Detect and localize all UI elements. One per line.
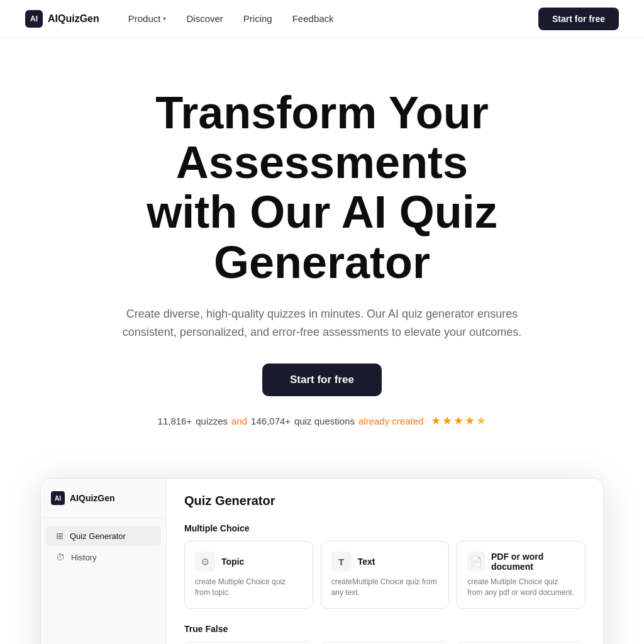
tf-card-grid: ⊙ Topic create True False quiz from topi… — [184, 641, 586, 644]
star-2: ★ — [442, 414, 452, 428]
section-label-tf: True False — [184, 624, 586, 634]
nav-link-pricing[interactable]: Pricing — [235, 9, 281, 28]
star-rating: ★ ★ ★ ★ ★ — [431, 414, 486, 428]
hero-cta-button[interactable]: Start for free — [262, 364, 382, 396]
sidebar-logo: AI AIQuizGen — [41, 491, 166, 518]
nav-link-discover[interactable]: Discover — [177, 9, 231, 28]
nav-cta-button[interactable]: Start for free — [538, 8, 619, 30]
card-mc-pdf-desc: create Multiple Choice quiz from any pdf… — [467, 577, 575, 598]
preview-inner: AI AIQuizGen ⊞ Quiz Generator ⏱ History … — [41, 479, 603, 644]
nav-link-feedback[interactable]: Feedback — [284, 9, 343, 28]
text-icon: T — [331, 552, 352, 572]
nav-link-product[interactable]: Product ▾ — [119, 9, 175, 28]
connector: and — [231, 416, 247, 426]
nav-left: AI AIQuizGen Product ▾ Discover Pricing … — [25, 9, 343, 28]
main-content: Quiz Generator Multiple Choice ⊙ Topic c… — [167, 479, 603, 644]
card-mc-topic-desc: create Multiple Choice quiz from topic. — [195, 577, 303, 598]
already-created: already created — [358, 416, 423, 426]
star-3: ★ — [453, 414, 464, 428]
card-mc-text[interactable]: T Text createMultiple Choice quiz from a… — [321, 541, 450, 609]
star-1: ★ — [431, 414, 441, 428]
history-icon: ⏱ — [56, 552, 65, 562]
hero-stats: 11,816+ quizzes and 146,074+ quiz questi… — [64, 414, 580, 428]
logo-icon: AI — [25, 10, 43, 28]
section-label-mc: Multiple Choice — [184, 523, 586, 533]
questions-label: quiz questions — [294, 416, 355, 426]
card-tf-topic[interactable]: ⊙ Topic create True False quiz from topi… — [184, 641, 313, 644]
sidebar-item-history[interactable]: ⏱ History — [46, 547, 161, 567]
quizzes-count: 11,816+ — [158, 416, 192, 426]
questions-count: 146,074+ — [251, 416, 291, 426]
card-mc-text-title: Text — [358, 557, 375, 567]
sidebar-logo-text: AIQuizGen — [70, 493, 115, 503]
star-4: ★ — [465, 414, 475, 428]
star-half: ★ — [476, 414, 486, 428]
hero-subheading: Create diverse, high-quality quizzes in … — [102, 305, 542, 341]
chevron-down-icon: ▾ — [163, 15, 166, 22]
card-tf-text[interactable]: T Text create True False quiz from any t… — [321, 641, 450, 644]
logo-text: AIQuizGen — [48, 13, 99, 25]
hero-heading: Transform Your Assessments with Our AI Q… — [64, 88, 580, 287]
topic-icon: ⊙ — [195, 552, 215, 572]
grid-icon: ⊞ — [56, 531, 64, 541]
quizzes-label: quizzes — [196, 416, 228, 426]
nav-links: Product ▾ Discover Pricing Feedback — [119, 9, 343, 28]
sidebar-item-quiz-generator[interactable]: ⊞ Quiz Generator — [46, 526, 161, 546]
card-tf-pdf[interactable]: 📄 PDF or word document create True False… — [457, 641, 586, 644]
card-mc-pdf-title: PDF or word document — [491, 552, 575, 572]
mc-card-grid: ⊙ Topic create Multiple Choice quiz from… — [184, 541, 586, 609]
logo[interactable]: AI AIQuizGen — [25, 10, 99, 28]
app-preview: AI AIQuizGen ⊞ Quiz Generator ⏱ History … — [40, 478, 604, 644]
pdf-icon: 📄 — [467, 552, 485, 572]
card-mc-pdf[interactable]: 📄 PDF or word document create Multiple C… — [457, 541, 586, 609]
main-title: Quiz Generator — [184, 494, 586, 508]
card-mc-topic-title: Topic — [221, 557, 244, 567]
navbar: AI AIQuizGen Product ▾ Discover Pricing … — [0, 0, 644, 38]
card-mc-topic[interactable]: ⊙ Topic create Multiple Choice quiz from… — [184, 541, 313, 609]
sidebar-item-history-label: History — [71, 553, 96, 562]
sidebar-logo-icon: AI — [51, 491, 65, 505]
card-mc-text-desc: createMultiple Choice quiz from any text… — [331, 577, 439, 598]
sidebar: AI AIQuizGen ⊞ Quiz Generator ⏱ History — [41, 479, 167, 644]
hero-section: Transform Your Assessments with Our AI Q… — [39, 38, 605, 465]
sidebar-item-quiz-label: Quiz Generator — [70, 531, 126, 541]
